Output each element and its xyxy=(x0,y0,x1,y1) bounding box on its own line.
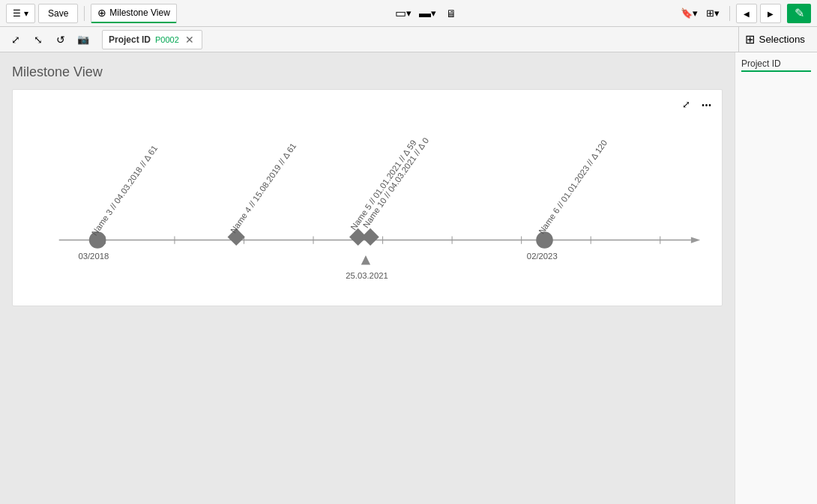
today-label: 25.03.2021 xyxy=(346,271,388,280)
refresh-icon xyxy=(56,34,65,46)
edit-button[interactable] xyxy=(787,4,811,23)
nav-back-button[interactable] xyxy=(736,4,757,23)
arrow-left-icon xyxy=(744,7,750,19)
axis-arrow xyxy=(691,237,700,243)
milestone-view-tab[interactable]: Milestone View xyxy=(91,4,176,23)
milestone-label-4: Name 10 // 04.03.2021 // Δ 0 xyxy=(361,136,430,230)
menu-button[interactable] xyxy=(6,4,35,23)
milestone-label-3: Name 5 // 01.01.2021 // Δ 59 xyxy=(349,139,417,232)
timeline-svg: Name 3 // 04.03.2018 // Δ 61 03/2018 Nam… xyxy=(13,90,722,306)
grid-icon xyxy=(745,32,755,46)
top-toolbar: Save Milestone View ▭ ▬ xyxy=(0,0,817,27)
image-button[interactable] xyxy=(702,4,723,23)
refresh-button[interactable] xyxy=(51,31,70,49)
filter-close-button[interactable]: ✕ xyxy=(184,34,196,45)
arrow-right-icon xyxy=(768,7,774,19)
chart-area: Milestone View xyxy=(0,52,735,504)
bookmark-icon xyxy=(681,7,693,19)
save-button[interactable]: Save xyxy=(38,4,78,23)
selection-project-id: Project ID xyxy=(741,58,811,72)
monitor-icon xyxy=(446,7,456,19)
view-icon: ▬ xyxy=(419,7,431,20)
zoom-fit-icon xyxy=(11,34,20,46)
nav-forward-button[interactable] xyxy=(760,4,781,23)
selections-panel: Project ID xyxy=(735,52,817,504)
image-chevron xyxy=(714,7,720,19)
camera-icon xyxy=(77,34,89,45)
selections-button[interactable]: Selections xyxy=(738,27,812,52)
view-chevron xyxy=(431,7,436,19)
bookmark-chevron xyxy=(693,7,698,19)
camera-button[interactable] xyxy=(73,31,93,49)
separator-1 xyxy=(84,6,85,21)
pencil-icon xyxy=(795,6,804,20)
today-triangle xyxy=(361,255,370,264)
date-label-3: 02/2023 xyxy=(527,252,558,261)
bookmark-button[interactable] xyxy=(678,4,699,23)
chart-title: Milestone View xyxy=(12,64,723,80)
milestone-label-1: Name 3 // 04.03.2018 // Δ 61 xyxy=(90,144,159,237)
milestone-label-2: Name 4 // 15.08.2019 // Δ 61 xyxy=(229,142,298,235)
milestone-diamond-4 xyxy=(361,228,379,246)
layout-toggle-button[interactable]: ▭ xyxy=(393,4,414,23)
second-toolbar: ⤡ Project ID P0002 ✕ Selections xyxy=(0,27,817,52)
filter-tab-value: P0002 xyxy=(155,35,179,44)
timeline-wrapper: Name 3 // 04.03.2018 // Δ 61 03/2018 Nam… xyxy=(13,90,722,306)
image-icon xyxy=(706,7,714,19)
monitor-button[interactable] xyxy=(441,4,462,23)
plus-circle-icon xyxy=(97,7,106,19)
hamburger-icon xyxy=(13,8,21,19)
zoom-select-button[interactable]: ⤡ xyxy=(28,31,48,49)
filter-tab-title: Project ID xyxy=(109,34,151,45)
separator-2 xyxy=(729,6,730,21)
main-content: Milestone View xyxy=(0,52,817,504)
layout-icon: ▭ xyxy=(395,6,406,20)
zoom-select-icon: ⤡ xyxy=(34,34,43,46)
menu-chevron xyxy=(24,8,28,19)
selections-label: Selections xyxy=(759,34,806,45)
milestone-label-6: Name 6 // 01.01.2023 // Δ 120 xyxy=(537,139,609,236)
zoom-fit-button[interactable] xyxy=(6,31,25,49)
layout-chevron xyxy=(406,7,411,19)
view-toggle-button[interactable]: ▬ xyxy=(417,4,438,23)
date-label-1: 03/2018 xyxy=(78,252,109,261)
filter-tab-project-id: Project ID P0002 ✕ xyxy=(102,30,202,49)
chart-container: Name 3 // 04.03.2018 // Δ 61 03/2018 Nam… xyxy=(12,89,723,306)
